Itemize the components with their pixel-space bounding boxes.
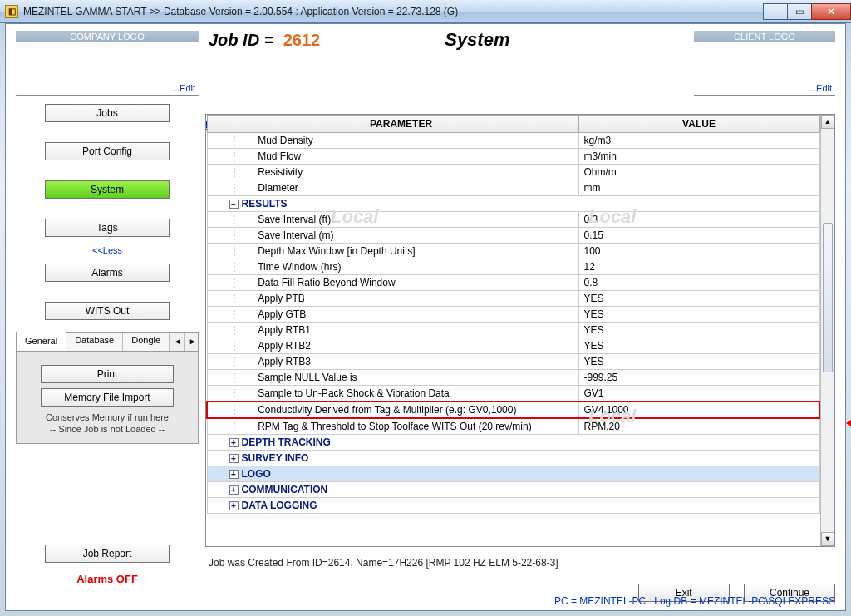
group-label[interactable]: +SURVEY INFO	[224, 451, 819, 466]
value-cell[interactable]: YES	[578, 354, 819, 370]
param-cell[interactable]: ⋮ Conductivity Derived from Tag & Multip…	[224, 402, 578, 418]
value-cell[interactable]: YES	[578, 291, 819, 307]
param-cell[interactable]: ⋮ Save Interval (m)	[224, 228, 578, 244]
col-parameter[interactable]: PARAMETER	[224, 116, 578, 133]
table-row[interactable]: ⋮ Mud Flowm3/min	[207, 149, 819, 165]
param-cell[interactable]: ⋮ Depth Max Window [in Depth Units]	[224, 244, 578, 259]
app-icon: ◧	[5, 5, 18, 18]
scroll-up-button[interactable]: ▲	[821, 115, 834, 129]
param-cell[interactable]: ⋮ Diameter	[224, 180, 578, 196]
param-cell[interactable]: ⋮ Time Window (hrs)	[224, 259, 578, 275]
maximize-button[interactable]: ▭	[787, 3, 812, 20]
nav-system[interactable]: System	[45, 180, 170, 199]
table-row[interactable]: ⋮ Save Interval (ft)0.3	[207, 212, 819, 228]
alarms-off-label: Alarms OFF	[16, 573, 199, 585]
group-label[interactable]: +DATA LOGGING	[224, 498, 819, 514]
param-cell[interactable]: ⋮ Apply RTB2	[224, 338, 578, 354]
table-row[interactable]: ⋮ Diametermm	[207, 180, 819, 196]
memory-file-import-button[interactable]: Memory File Import	[41, 388, 174, 407]
table-row[interactable]: ⋮ Sample NULL Value is-999.25	[207, 370, 819, 386]
table-row[interactable]: ⋮ Sample to Un-Pack Shock & Vibration Da…	[207, 386, 819, 402]
value-cell[interactable]: GV1	[578, 386, 819, 402]
close-button[interactable]: ✕	[811, 3, 851, 20]
value-cell[interactable]: GV4,1000	[578, 402, 819, 418]
param-cell[interactable]: ⋮ Save Interval (ft)	[224, 212, 578, 228]
callout-arrow-icon	[846, 414, 851, 432]
nav-wits-out[interactable]: WITS Out	[45, 302, 170, 320]
table-row[interactable]: ⋮ Apply RTB3YES	[207, 354, 819, 370]
group-label[interactable]: +DEPTH TRACKING	[224, 435, 819, 451]
value-cell[interactable]: kg/m3	[578, 133, 819, 149]
scroll-down-button[interactable]: ▼	[821, 532, 834, 546]
table-row[interactable]: ⋮ Conductivity Derived from Tag & Multip…	[207, 402, 819, 418]
group-row[interactable]: −RESULTS	[207, 196, 819, 212]
table-row[interactable]: ⋮ Apply RTB2YES	[207, 338, 819, 354]
value-cell[interactable]: 0.3	[578, 212, 819, 228]
value-cell[interactable]: m3/min	[578, 149, 819, 165]
group-row[interactable]: +COMMUNICATION	[207, 482, 819, 498]
less-link[interactable]: <<Less	[16, 245, 199, 255]
param-cell[interactable]: ⋮ Sample NULL Value is	[224, 370, 578, 386]
group-label[interactable]: +LOGO	[224, 466, 819, 482]
value-cell[interactable]: YES	[578, 323, 819, 338]
group-label[interactable]: +COMMUNICATION	[224, 482, 819, 498]
value-cell[interactable]: 100	[578, 244, 819, 259]
table-row[interactable]: ⋮ Mud Densitykg/m3	[207, 133, 819, 149]
memory-note: Conserves Memory if run here -- Since Jo…	[27, 411, 188, 435]
value-cell[interactable]: 0.15	[578, 228, 819, 244]
value-cell[interactable]: 0.8	[578, 275, 819, 291]
group-label[interactable]: −RESULTS	[224, 196, 819, 212]
param-cell[interactable]: ⋮ RPM Tag & Threshold to Stop Toolface W…	[224, 418, 578, 435]
tab-database[interactable]: Database	[66, 333, 123, 351]
param-cell[interactable]: ⋮ Data Fill Ratio Beyond Window	[224, 275, 578, 291]
value-cell[interactable]: mm	[578, 180, 819, 196]
param-cell[interactable]: ⋮ Resistivity	[224, 165, 578, 180]
group-row[interactable]: +LOGO	[207, 466, 819, 482]
value-cell[interactable]: YES	[578, 338, 819, 354]
print-button[interactable]: Print	[41, 365, 174, 383]
scroll-thumb[interactable]	[823, 223, 833, 372]
value-cell[interactable]: -999.25	[578, 370, 819, 386]
table-row[interactable]: ⋮ Apply RTB1YES	[207, 323, 819, 338]
param-cell[interactable]: ⋮ Mud Flow	[224, 149, 578, 165]
tab-dongle[interactable]: Dongle	[123, 333, 170, 351]
tab-scroll-right[interactable]: ►	[184, 333, 199, 351]
job-id-block: Job ID = 2612	[209, 31, 320, 50]
nav-alarms[interactable]: Alarms	[45, 264, 170, 282]
table-row[interactable]: ⋮ Time Window (hrs)12	[207, 259, 819, 275]
param-cell[interactable]: ⋮ Apply PTB	[224, 291, 578, 307]
job-report-button[interactable]: Job Report	[45, 545, 170, 563]
minimize-button[interactable]: —	[763, 3, 788, 20]
table-row[interactable]: ⋮ Depth Max Window [in Depth Units]100	[207, 244, 819, 259]
group-row[interactable]: +DEPTH TRACKING	[207, 435, 819, 451]
table-row[interactable]: ⋮ Save Interval (m)0.15	[207, 228, 819, 244]
table-row[interactable]: ⋮ ResistivityOhm/m	[207, 165, 819, 180]
tab-general[interactable]: General	[17, 332, 66, 351]
table-row[interactable]: ⋮ Apply PTBYES	[207, 291, 819, 307]
value-cell[interactable]: YES	[578, 307, 819, 323]
grid-scrollbar[interactable]: ▲ ▼	[820, 115, 834, 546]
tab-scroll-left[interactable]: ◄	[170, 333, 184, 351]
value-cell[interactable]: 12	[578, 259, 819, 275]
col-value[interactable]: VALUE	[578, 116, 819, 133]
table-row[interactable]: ⋮ Data Fill Ratio Beyond Window0.8	[207, 275, 819, 291]
nav-tags[interactable]: Tags	[45, 219, 170, 237]
nav-jobs[interactable]: Jobs	[45, 104, 170, 122]
job-id-label: Job ID =	[209, 31, 273, 49]
parameter-grid[interactable]: Local Local Local PARAMETER VALUE ⋮	[205, 114, 835, 547]
value-cell[interactable]: Ohm/m	[578, 165, 819, 180]
nav-port-config[interactable]: Port Config	[45, 142, 170, 160]
client-logo-edit-link[interactable]: ...Edit	[809, 83, 832, 93]
group-row[interactable]: +SURVEY INFO	[207, 451, 819, 466]
company-logo-box: COMPANY LOGO ...Edit	[16, 42, 199, 96]
param-cell[interactable]: ⋮ Apply GTB	[224, 307, 578, 323]
param-cell[interactable]: ⋮ Apply RTB1	[224, 323, 578, 338]
company-logo-edit-link[interactable]: ...Edit	[172, 83, 195, 93]
param-cell[interactable]: ⋮ Apply RTB3	[224, 354, 578, 370]
param-cell[interactable]: ⋮ Mud Density	[224, 133, 578, 149]
group-row[interactable]: +DATA LOGGING	[207, 498, 819, 514]
param-cell[interactable]: ⋮ Sample to Un-Pack Shock & Vibration Da…	[224, 386, 578, 402]
table-row[interactable]: ⋮ Apply GTBYES	[207, 307, 819, 323]
table-row[interactable]: ⋮ RPM Tag & Threshold to Stop Toolface W…	[207, 418, 819, 435]
value-cell[interactable]: RPM,20	[578, 418, 819, 435]
